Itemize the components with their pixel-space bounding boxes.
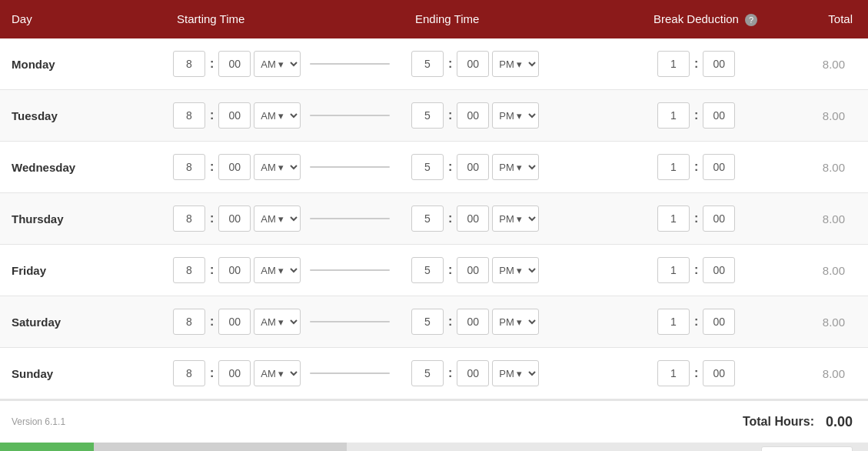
- break-minute-input[interactable]: [703, 154, 735, 180]
- clear-all-button[interactable]: CLEAR ALL: [224, 443, 347, 451]
- break-hour-input[interactable]: [657, 205, 690, 232]
- break-inputs-wednesday: :: [650, 148, 814, 186]
- app-container: Day Starting Time Ending Time Break Dedu…: [0, 0, 868, 451]
- row-total: 8.00: [814, 212, 860, 226]
- time-slider: [310, 166, 390, 168]
- break-minute-input[interactable]: [703, 257, 735, 283]
- end-hour-input[interactable]: [411, 257, 444, 283]
- start-colon: :: [208, 109, 215, 122]
- break-colon: :: [693, 212, 700, 226]
- start-colon: :: [208, 160, 215, 174]
- start-colon: :: [208, 263, 215, 277]
- end-hour-input[interactable]: [411, 51, 444, 77]
- break-colon: :: [693, 263, 700, 277]
- break-hour-input[interactable]: [657, 309, 690, 335]
- print-button[interactable]: PRINT: [0, 443, 94, 451]
- table-footer: Version 6.1.1 Total Hours: 0.00: [0, 399, 868, 443]
- start-minute-input[interactable]: [218, 257, 251, 283]
- start-hour-input[interactable]: [173, 51, 205, 77]
- end-colon: :: [447, 160, 454, 174]
- end-colon: :: [447, 263, 454, 277]
- break-hour-input[interactable]: [657, 102, 690, 129]
- end-minute-input[interactable]: [457, 360, 489, 386]
- start-hour-input[interactable]: [173, 205, 205, 232]
- start-ampm-select[interactable]: AM ▾ PM ▾: [254, 102, 301, 129]
- break-hour-input[interactable]: [657, 154, 690, 180]
- table-row: Monday : AM ▾ PM ▾ : AM ▾ PM ▾: [0, 38, 868, 90]
- start-hour-input[interactable]: [173, 154, 205, 180]
- start-hour-input[interactable]: [173, 102, 205, 129]
- break-minute-input[interactable]: [703, 309, 735, 335]
- start-colon: :: [208, 57, 215, 71]
- calculate-button[interactable]: CALCULATE: [94, 443, 224, 451]
- break-inputs-sunday: :: [650, 354, 814, 393]
- end-hour-input[interactable]: [411, 360, 444, 386]
- break-minute-input[interactable]: [703, 102, 735, 129]
- break-inputs-tuesday: :: [650, 96, 814, 135]
- break-minute-input[interactable]: [703, 205, 735, 232]
- start-hour-input[interactable]: [173, 309, 205, 335]
- start-minute-input[interactable]: [218, 205, 251, 232]
- donate-button[interactable]: ♥ DONATE: [761, 446, 853, 451]
- end-hour-input[interactable]: [411, 309, 444, 335]
- end-ampm-select[interactable]: AM ▾ PM ▾: [492, 154, 539, 180]
- end-ampm-select[interactable]: AM ▾ PM ▾: [492, 51, 539, 77]
- start-minute-input[interactable]: [218, 309, 251, 335]
- end-time-saturday: : AM ▾ PM ▾: [404, 302, 642, 341]
- break-minute-input[interactable]: [703, 51, 735, 77]
- version-label: Version 6.1.1: [0, 409, 642, 435]
- end-minute-input[interactable]: [457, 102, 489, 129]
- end-hour-input[interactable]: [411, 102, 444, 129]
- start-time-thursday: : AM ▾ PM ▾: [165, 199, 404, 238]
- table-row: Sunday : AM ▾ PM ▾ : AM ▾ PM ▾: [0, 348, 868, 399]
- break-deduction-tooltip-icon[interactable]: ?: [745, 14, 757, 26]
- break-hour-input[interactable]: [657, 51, 690, 77]
- break-hour-input[interactable]: [657, 360, 690, 386]
- end-minute-input[interactable]: [457, 309, 489, 335]
- end-minute-input[interactable]: [457, 154, 489, 180]
- time-slider: [310, 269, 390, 271]
- end-time-wednesday: : AM ▾ PM ▾: [404, 148, 642, 186]
- start-minute-input[interactable]: [218, 51, 251, 77]
- end-hour-input[interactable]: [411, 205, 444, 232]
- start-ampm-select[interactable]: AM ▾ PM ▾: [254, 309, 301, 335]
- end-ampm-select[interactable]: AM ▾ PM ▾: [492, 102, 539, 129]
- start-ampm-select[interactable]: AM ▾ PM ▾: [254, 360, 301, 386]
- end-ampm-select[interactable]: AM ▾ PM ▾: [492, 309, 539, 335]
- break-inputs-thursday: :: [650, 199, 814, 238]
- end-colon: :: [447, 109, 454, 122]
- start-ampm-select[interactable]: AM ▾ PM ▾: [254, 205, 301, 232]
- row-total: 8.00: [814, 264, 860, 277]
- start-minute-input[interactable]: [218, 102, 251, 129]
- end-time-tuesday: : AM ▾ PM ▾: [404, 96, 642, 135]
- start-hour-input[interactable]: [173, 257, 205, 283]
- end-minute-input[interactable]: [457, 257, 489, 283]
- start-minute-input[interactable]: [218, 360, 251, 386]
- row-total: 8.00: [814, 161, 860, 174]
- start-ampm-select[interactable]: AM ▾ PM ▾: [254, 257, 301, 283]
- end-ampm-select[interactable]: AM ▾ PM ▾: [492, 257, 539, 283]
- start-minute-input[interactable]: [218, 154, 251, 180]
- row-total: 8.00: [814, 316, 860, 329]
- break-hour-input[interactable]: [657, 257, 690, 283]
- start-ampm-select[interactable]: AM ▾ PM ▾: [254, 51, 301, 77]
- total-hours-value: 0.00: [826, 414, 853, 430]
- total-hours-label: Total Hours:: [743, 415, 814, 429]
- end-hour-input[interactable]: [411, 154, 444, 180]
- start-hour-input[interactable]: [173, 360, 205, 386]
- end-minute-input[interactable]: [457, 205, 489, 232]
- end-time-monday: : AM ▾ PM ▾: [404, 45, 642, 83]
- end-colon: :: [447, 212, 454, 226]
- end-ampm-select[interactable]: AM ▾ PM ▾: [492, 360, 539, 386]
- start-time-wednesday: : AM ▾ PM ▾: [165, 148, 404, 186]
- break-minute-input[interactable]: [703, 360, 735, 386]
- end-minute-input[interactable]: [457, 51, 489, 77]
- start-ampm-select[interactable]: AM ▾ PM ▾: [254, 154, 301, 180]
- start-time-monday: : AM ▾ PM ▾: [165, 45, 404, 83]
- time-slider: [310, 63, 390, 65]
- total-header: Total: [828, 12, 856, 25]
- end-ampm-select[interactable]: AM ▾ PM ▾: [492, 205, 539, 232]
- time-slider: [310, 115, 390, 116]
- break-colon: :: [693, 109, 700, 122]
- table-row: Friday : AM ▾ PM ▾ : AM ▾ PM ▾: [0, 245, 868, 296]
